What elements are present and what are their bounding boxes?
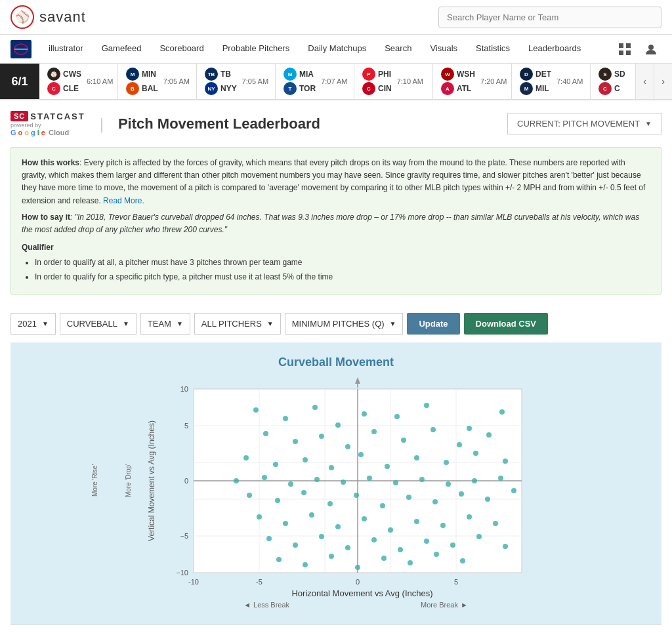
nav-leaderboards[interactable]: Leaderboards [519, 35, 590, 64]
game-cws-cle[interactable]: ⚾ CWS C CLE 6:10 AM [39, 64, 118, 99]
svg-point-56 [473, 451, 478, 456]
svg-point-79 [511, 488, 516, 493]
info-how-say-label: How to say it [22, 213, 70, 222]
user-icon[interactable] [640, 39, 662, 60]
nav-daily-matchups[interactable]: Daily Matchups [299, 35, 375, 64]
info-how-works-label: How this works [22, 158, 79, 167]
search-input[interactable] [438, 7, 662, 28]
svg-point-36 [424, 403, 429, 408]
read-more-link[interactable]: Read More. [103, 196, 144, 205]
statcast-sc-badge: SC [10, 111, 28, 121]
pitch-type-label: CURVEBALL [67, 319, 117, 329]
current-dropdown[interactable]: CURRENT: PITCH MOVEMENT ▼ [507, 113, 662, 134]
info-how-works: How this works: Every pitch is affected … [22, 157, 650, 207]
game-sd[interactable]: S SD C C [591, 64, 635, 99]
svg-text:0: 0 [184, 477, 188, 485]
svg-point-82 [309, 512, 314, 518]
game-wsh-atl[interactable]: W WSH A ATL 7:20 AM [433, 64, 512, 99]
pitchers-filter[interactable]: ALL PITCHERS ▼ [194, 313, 281, 335]
svg-point-101 [303, 562, 308, 567]
svg-point-51 [329, 465, 334, 470]
game-teams: M MIN B BAL [126, 68, 158, 95]
nav-illustrator[interactable]: illustrator [39, 35, 93, 64]
svg-point-87 [440, 523, 446, 528]
svg-point-83 [335, 524, 341, 529]
dropdown-arrow-icon: ▼ [645, 120, 652, 127]
scatter-plot: -10 -5 0 5 10 5 0 −5 −10 [135, 376, 581, 586]
games-strip: ⚾ CWS C CLE 6:10 AM M MIN B BAL [39, 64, 635, 99]
nav-visuals[interactable]: Visuals [421, 35, 467, 64]
main-nav: illustrator Gamefeed Scoreboard Probable… [0, 35, 672, 64]
team-bal: B BAL [126, 82, 158, 95]
game-time-4: 7:07 AM [321, 77, 347, 85]
svg-rect-6 [626, 51, 631, 55]
svg-point-99 [503, 544, 508, 549]
team-wsh: W WSH [441, 68, 475, 81]
pitch-type-filter[interactable]: CURVEBALL ▼ [60, 313, 136, 335]
scroll-right-btn[interactable]: › [654, 64, 672, 99]
game-mia-tor[interactable]: M MIA T TOR 7:07 AM [276, 64, 354, 99]
qualifier-item-2: In order to qualify for a specific pitch… [35, 271, 650, 283]
info-box: How this works: Every pitch is affected … [10, 147, 662, 295]
less-break-label: ◄ Less Break [243, 601, 289, 609]
game-det-mil[interactable]: D DET M MIL 7:40 AM [512, 64, 591, 99]
svg-point-31 [283, 416, 288, 421]
nav-probable-pitchers[interactable]: Probable Pitchers [213, 35, 299, 64]
svg-point-45 [430, 427, 436, 432]
min-pitches-filter[interactable]: MINIMUM PITCHES (Q) ▼ [285, 313, 404, 335]
svg-point-47 [486, 432, 492, 438]
game-time-3: 7:05 AM [242, 77, 268, 85]
page-content: SC STATCAST powered by Google Cloud | Pi… [0, 100, 672, 633]
svg-point-89 [493, 521, 498, 526]
svg-point-78 [485, 497, 490, 502]
y-axis-side-labels: More 'Rise' More 'Drop' [91, 464, 132, 497]
svg-point-77 [459, 491, 464, 497]
svg-point-74 [380, 503, 385, 508]
team-c: C C [598, 82, 625, 95]
nav-scoreboard[interactable]: Scoreboard [150, 35, 213, 64]
svg-point-102 [329, 554, 334, 559]
nyy-logo: NY [205, 82, 218, 95]
svg-point-63 [367, 476, 372, 481]
update-button[interactable]: Update [407, 313, 459, 335]
pitchers-arrow: ▼ [267, 320, 274, 327]
game-time-7: 7:40 AM [556, 77, 583, 85]
svg-point-94 [371, 537, 377, 542]
nav-icons [614, 39, 662, 60]
year-filter[interactable]: 2021 ▼ [10, 313, 56, 335]
svg-point-7 [648, 45, 654, 50]
pitch-type-arrow: ▼ [123, 320, 129, 327]
nav-search[interactable]: Search [375, 35, 421, 64]
svg-point-104 [381, 556, 387, 561]
group-filter[interactable]: TEAM ▼ [140, 313, 190, 335]
game-teams: TB TB NY NYY [205, 68, 237, 95]
atl-logo: A [441, 82, 454, 95]
game-phi-cin[interactable]: P PHI C CIN 7:10 AM [354, 64, 433, 99]
svg-text:5: 5 [454, 578, 458, 586]
nav-gamefeed[interactable]: Gamefeed [93, 35, 151, 64]
bottom-filters: HORIZONTAL MOVEMENT VS AVG (INCHES) ▼ VE… [10, 624, 662, 633]
google-cloud-label: Google Cloud [10, 129, 69, 136]
svg-point-58 [234, 478, 239, 483]
right-arrow-icon: ► [461, 601, 468, 609]
svg-point-59 [262, 475, 267, 480]
filter-bar: 2021 ▼ CURVEBALL ▼ TEAM ▼ ALL PITCHERS ▼… [10, 305, 662, 342]
scroll-left-btn[interactable]: ‹ [635, 64, 654, 99]
game-min-bal[interactable]: M MIN B BAL 7:05 AM [118, 64, 197, 99]
svg-point-32 [312, 405, 318, 410]
less-break-text: Less Break [253, 601, 289, 609]
svg-point-100 [276, 557, 282, 562]
game-teams: M MIA T TOR [284, 68, 316, 95]
game-tb-nyy[interactable]: TB TB NY NYY 7:05 AM [197, 64, 276, 99]
svg-rect-3 [619, 43, 623, 48]
grid-icon[interactable] [614, 39, 635, 60]
svg-point-62 [341, 480, 346, 485]
svg-point-53 [385, 464, 390, 469]
svg-point-65 [419, 477, 425, 482]
svg-point-75 [406, 495, 411, 500]
download-csv-button[interactable]: Download CSV [464, 313, 548, 335]
svg-point-95 [398, 547, 403, 552]
nav-statistics[interactable]: Statistics [467, 35, 519, 64]
min-pitches-label: MINIMUM PITCHES (Q) [292, 319, 385, 329]
more-break-text: More Break [421, 601, 458, 609]
